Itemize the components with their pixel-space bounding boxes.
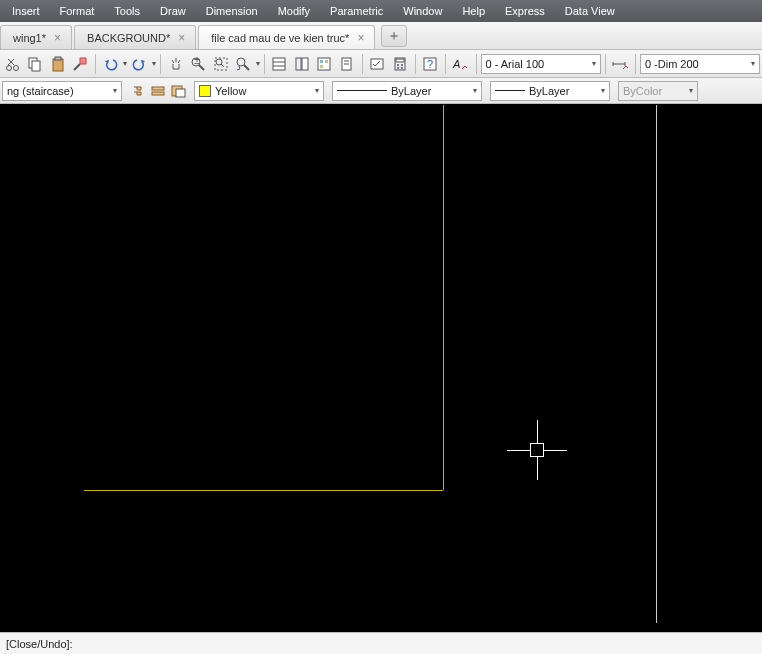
linetype-combo[interactable]: ByLayer ▾ bbox=[332, 81, 482, 101]
lineweight-preview bbox=[495, 90, 525, 91]
polyline-segment-vertical bbox=[443, 105, 444, 490]
properties-button[interactable] bbox=[269, 53, 290, 75]
svg-rect-4 bbox=[53, 59, 63, 71]
quickcalc-button[interactable] bbox=[389, 53, 410, 75]
svg-rect-23 bbox=[320, 65, 323, 68]
close-icon[interactable]: × bbox=[54, 32, 61, 44]
separator bbox=[160, 54, 161, 74]
sheet-set-button[interactable] bbox=[336, 53, 357, 75]
redo-button[interactable] bbox=[128, 53, 149, 75]
paste-button[interactable] bbox=[47, 53, 68, 75]
chevron-down-icon: ▾ bbox=[107, 86, 117, 95]
svg-point-31 bbox=[401, 64, 403, 66]
svg-text:A: A bbox=[452, 58, 460, 70]
undo-button[interactable] bbox=[100, 53, 121, 75]
dimension-style-icon[interactable] bbox=[609, 53, 630, 75]
svg-rect-15 bbox=[273, 58, 285, 70]
text-style-icon[interactable]: A bbox=[450, 53, 471, 75]
menu-data-view[interactable]: Data View bbox=[555, 0, 625, 22]
svg-text:±: ± bbox=[194, 56, 200, 66]
svg-rect-39 bbox=[152, 92, 164, 95]
color-swatch bbox=[199, 85, 211, 97]
match-properties-button[interactable] bbox=[69, 53, 90, 75]
svg-rect-38 bbox=[152, 87, 164, 90]
menu-help[interactable]: Help bbox=[452, 0, 495, 22]
close-icon[interactable]: × bbox=[178, 32, 185, 44]
pan-button[interactable] bbox=[165, 53, 186, 75]
help-button[interactable]: ? bbox=[420, 53, 441, 75]
layer-states-button[interactable] bbox=[150, 83, 166, 99]
svg-rect-41 bbox=[176, 89, 185, 97]
chevron-down-icon: ▾ bbox=[683, 86, 693, 95]
menu-insert[interactable]: Insert bbox=[2, 0, 50, 22]
layer-previous-button[interactable] bbox=[130, 83, 146, 99]
plot-style-value: ByColor bbox=[623, 85, 662, 97]
drawing-canvas[interactable] bbox=[0, 104, 762, 632]
tab-file-cad-mau[interactable]: file cad mau de ve kien truc* × bbox=[198, 25, 375, 49]
menu-modify[interactable]: Modify bbox=[268, 0, 320, 22]
linetype-value: ByLayer bbox=[391, 85, 431, 97]
svg-point-32 bbox=[397, 67, 399, 69]
tab-drawing1[interactable]: wing1* × bbox=[0, 25, 72, 49]
menu-parametric[interactable]: Parametric bbox=[320, 0, 393, 22]
svg-point-13 bbox=[237, 58, 245, 66]
svg-line-14 bbox=[244, 65, 249, 70]
design-center-button[interactable] bbox=[291, 53, 312, 75]
markup-set-button[interactable] bbox=[367, 53, 388, 75]
menu-window[interactable]: Window bbox=[393, 0, 452, 22]
zoom-realtime-button[interactable]: ± bbox=[187, 53, 208, 75]
svg-rect-20 bbox=[318, 58, 330, 70]
plot-style-combo: ByColor ▾ bbox=[618, 81, 698, 101]
menu-bar: Insert Format Tools Draw Dimension Modif… bbox=[0, 0, 762, 22]
separator bbox=[95, 54, 96, 74]
copy-button[interactable] bbox=[24, 53, 45, 75]
text-style-value: 0 - Arial 100 bbox=[486, 58, 545, 70]
menu-tools[interactable]: Tools bbox=[104, 0, 150, 22]
layer-combo[interactable]: ng (staircase) ▾ bbox=[2, 81, 122, 101]
zoom-previous-button[interactable] bbox=[232, 53, 253, 75]
tab-background[interactable]: BACKGROUND* × bbox=[74, 25, 196, 49]
separator bbox=[635, 54, 636, 74]
svg-rect-5 bbox=[55, 57, 61, 60]
linetype-preview bbox=[337, 90, 387, 91]
layer-properties-button[interactable] bbox=[170, 83, 186, 99]
lineweight-value: ByLayer bbox=[529, 85, 569, 97]
command-line[interactable]: [Close/Undo]: bbox=[0, 632, 762, 654]
svg-rect-3 bbox=[32, 61, 40, 71]
lineweight-combo[interactable]: ByLayer ▾ bbox=[490, 81, 610, 101]
color-combo[interactable]: Yellow ▾ bbox=[194, 81, 324, 101]
crosshair-horizontal bbox=[507, 450, 567, 451]
svg-point-0 bbox=[6, 65, 11, 70]
crosshair-vertical bbox=[537, 420, 538, 480]
cut-button[interactable] bbox=[2, 53, 23, 75]
crosshair-pickbox bbox=[530, 443, 544, 457]
menu-dimension[interactable]: Dimension bbox=[196, 0, 268, 22]
svg-rect-22 bbox=[325, 60, 328, 63]
dim-style-combo[interactable]: 0 -Dim 200 ▾ bbox=[640, 54, 760, 74]
chevron-down-icon: ▾ bbox=[586, 59, 596, 68]
polyline-segment-horizontal bbox=[84, 490, 443, 491]
svg-text:?: ? bbox=[427, 58, 433, 70]
text-style-combo[interactable]: 0 - Arial 100 ▾ bbox=[481, 54, 601, 74]
tab-label: BACKGROUND* bbox=[87, 32, 170, 44]
chevron-down-icon: ▾ bbox=[467, 86, 477, 95]
chevron-down-icon: ▾ bbox=[595, 86, 605, 95]
svg-rect-19 bbox=[302, 58, 308, 70]
close-icon[interactable]: × bbox=[357, 32, 364, 44]
tool-palettes-button[interactable] bbox=[314, 53, 335, 75]
document-tab-bar: wing1* × BACKGROUND* × file cad mau de v… bbox=[0, 22, 762, 50]
svg-point-1 bbox=[13, 65, 18, 70]
menu-express[interactable]: Express bbox=[495, 0, 555, 22]
zoom-dropdown-icon[interactable]: ▾ bbox=[256, 59, 260, 68]
svg-line-12 bbox=[221, 64, 224, 67]
menu-format[interactable]: Format bbox=[50, 0, 105, 22]
zoom-window-button[interactable] bbox=[210, 53, 231, 75]
tab-label: file cad mau de ve kien truc* bbox=[211, 32, 349, 44]
redo-dropdown-icon[interactable]: ▾ bbox=[152, 59, 156, 68]
svg-rect-21 bbox=[320, 60, 323, 63]
new-tab-button[interactable]: ＋ bbox=[381, 25, 407, 47]
menu-draw[interactable]: Draw bbox=[150, 0, 196, 22]
svg-rect-6 bbox=[80, 58, 86, 64]
layer-name-value: ng (staircase) bbox=[7, 85, 74, 97]
undo-dropdown-icon[interactable]: ▾ bbox=[123, 59, 127, 68]
